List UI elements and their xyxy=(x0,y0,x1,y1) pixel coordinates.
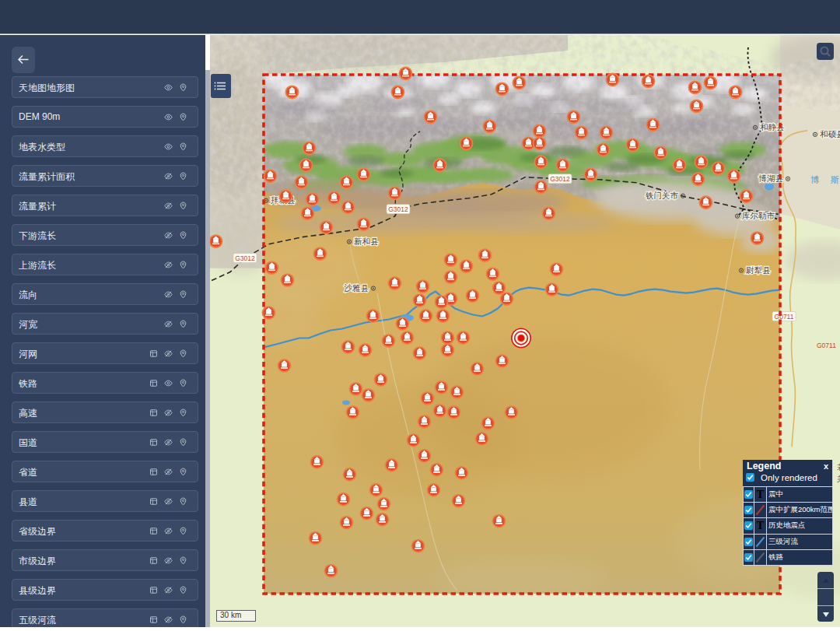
svg-text:G0711: G0711 xyxy=(817,342,836,349)
svg-text:G3012: G3012 xyxy=(388,205,408,213)
svg-text:G3012: G3012 xyxy=(550,175,570,183)
svg-text:新和县: 新和县 xyxy=(354,237,379,246)
svg-text:铁门关市: 铁门关市 xyxy=(646,191,678,200)
svg-text:羌: 羌 xyxy=(837,475,840,483)
svg-text:库尔勒市: 库尔勒市 xyxy=(742,212,775,220)
svg-text:和硕县: 和硕县 xyxy=(820,130,840,138)
svg-text:若: 若 xyxy=(837,463,840,471)
svg-text:尉犁县: 尉犁县 xyxy=(746,266,771,275)
svg-text:博 斯: 博 斯 xyxy=(810,175,840,184)
svg-text:G3012: G3012 xyxy=(235,254,255,262)
svg-text:G0711: G0711 xyxy=(775,313,794,321)
svg-text:沙雅县: 沙雅县 xyxy=(344,283,369,293)
